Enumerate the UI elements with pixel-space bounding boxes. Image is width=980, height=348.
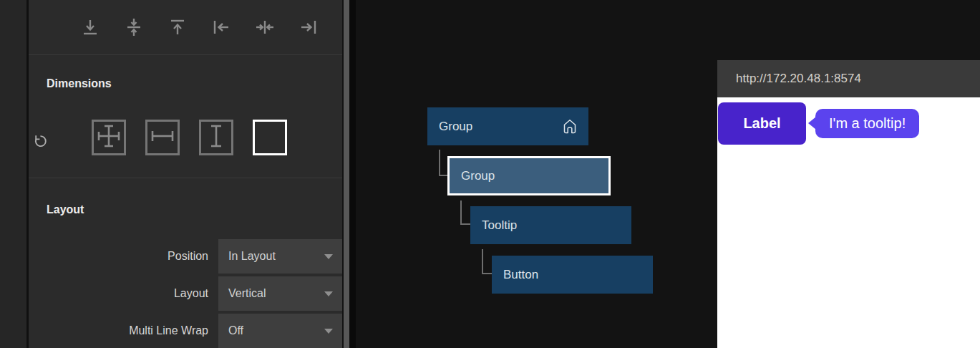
inspector-scrollbar[interactable] [344,0,349,348]
multi-line-wrap-row: Multi Line Wrap Off [47,314,342,348]
align-top-button[interactable] [168,18,187,37]
url-text: http://172.20.48.1:8574 [736,72,861,85]
canvas-edge [349,0,356,348]
dimension-mode-fill-vertical[interactable] [199,120,233,155]
dimensions-heading: Dimensions [47,77,342,90]
preview-page: Label I'm a tooltip! [717,97,980,348]
layout-heading: Layout [47,203,342,216]
center-horizontally-button[interactable] [256,18,274,37]
fill-both-icon [96,122,122,153]
center-vertically-icon [125,18,143,37]
reset-dimensions-button[interactable] [34,134,47,148]
tree-connector [482,249,492,274]
position-dropdown[interactable]: In Layout [218,239,342,274]
align-right-button[interactable] [299,18,318,37]
chevron-down-icon [324,254,333,259]
rotate-ccw-icon [34,138,47,150]
left-rail [0,0,26,348]
dimension-mode-group [92,120,287,155]
tree-node-label: Button [503,268,641,282]
tree-node-label: Group [439,120,563,134]
tree-node-label: Tooltip [482,218,620,233]
position-label: Position [47,250,208,263]
layout-label: Layout [47,287,208,300]
align-left-icon [212,18,231,37]
multi-line-wrap-value: Off [228,324,243,337]
label-button-text: Label [743,115,780,132]
tooltip-bubble: I'm a tooltip! [815,109,919,138]
center-vertically-button[interactable] [125,18,143,37]
fill-horizontal-icon [150,122,175,153]
layout-section: Layout Position In Layout Layout Vertica… [29,203,342,348]
layout-value: Vertical [228,287,266,299]
multi-line-wrap-dropdown[interactable]: Off [218,314,342,348]
fill-vertical-icon [203,122,229,153]
tree-connector [460,200,470,225]
tree-connector [439,150,447,176]
align-left-button[interactable] [212,18,231,37]
tree-node-label: Group [461,169,597,183]
tree-node-group-selected[interactable]: Group [447,156,611,195]
align-bottom-icon [81,18,100,37]
chevron-down-icon [324,329,333,334]
alignment-toolbar [29,0,342,55]
align-bottom-button[interactable] [81,18,100,37]
tree-node-tooltip[interactable]: Tooltip [470,206,631,244]
layout-dropdown[interactable]: Vertical [218,276,342,311]
tree-node-button[interactable]: Button [492,256,653,294]
tree-node-group-root[interactable]: Group [427,107,588,145]
dimension-mode-fill-horizontal[interactable] [145,120,180,155]
position-value: In Layout [228,250,276,262]
chevron-down-icon [324,291,333,296]
label-button[interactable]: Label [718,102,806,145]
inspector-panel: Dimensions [29,0,342,348]
align-top-icon [168,18,187,37]
tooltip-text: I'm a tooltip! [829,115,906,132]
browser-url-bar[interactable]: http://172.20.48.1:8574 [717,60,980,97]
align-right-icon [299,18,318,37]
dimension-mode-fill-both[interactable] [92,120,126,155]
multi-line-wrap-label: Multi Line Wrap [47,324,208,337]
home-icon [563,118,577,135]
dimension-mode-fixed-size[interactable] [253,120,287,155]
layout-row: Layout Vertical [47,276,342,311]
position-row: Position In Layout [47,239,342,274]
dimensions-section: Dimensions [29,77,342,178]
app-window: Dimensions [0,0,980,348]
center-horizontally-icon [256,18,274,37]
